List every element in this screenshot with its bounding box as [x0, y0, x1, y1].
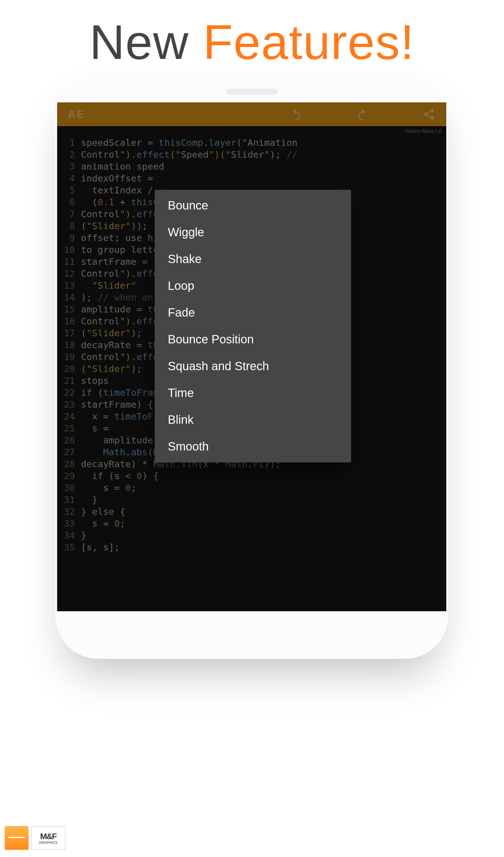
code-line[interactable]: 1speedScaler = thisComp.layer("Animation [62, 137, 445, 149]
code-line[interactable]: 3animation speed [62, 161, 445, 173]
app-logo: AE [68, 108, 85, 120]
menu-item-loop[interactable]: Loop [155, 273, 351, 299]
company-logo-big: M&F [40, 831, 56, 841]
app-screen: AE Version Alpha 1.0 1speedScaler = this… [57, 102, 446, 611]
code-line[interactable]: 33 s = 0; [62, 518, 445, 530]
app-topbar: AE [57, 102, 446, 126]
menu-item-smooth[interactable]: Smooth [155, 433, 351, 460]
code-line[interactable]: 30 s = 0; [62, 482, 445, 494]
code-line[interactable]: 34} [62, 530, 445, 541]
menu-item-blink[interactable]: Blink [155, 406, 351, 433]
company-logo-small: GRAPHICS [39, 841, 58, 844]
menu-item-time[interactable]: Time [155, 380, 351, 406]
page-headline: New Features! [0, 14, 504, 70]
menu-item-bounce[interactable]: Bounce [155, 192, 351, 219]
version-label: Version Alpha 1.0 [404, 129, 441, 134]
code-line[interactable]: 31 } [62, 494, 445, 506]
menu-item-fade[interactable]: Fade [155, 299, 351, 326]
menu-item-squash-stretch[interactable]: Squash and Strech [155, 353, 351, 380]
redo-icon[interactable] [356, 108, 369, 121]
app-icon [5, 826, 29, 850]
code-line[interactable]: 2Control").effect("Speed")("Slider"); // [62, 149, 445, 161]
code-line[interactable]: 35[s, s]; [62, 541, 445, 554]
menu-item-wiggle[interactable]: Wiggle [155, 219, 351, 246]
share-icon[interactable] [422, 108, 436, 121]
code-line[interactable]: 4indexOffset = [62, 173, 445, 184]
context-menu: Bounce Wiggle Shake Loop Fade Bounce Pos… [155, 190, 351, 463]
footer-logos: M&F GRAPHICS [5, 826, 65, 850]
phone-mockup: AE Version Alpha 1.0 1speedScaler = this… [55, 73, 448, 659]
phone-speaker [226, 89, 277, 95]
menu-item-bounce-position[interactable]: Bounce Position [155, 326, 351, 353]
headline-part2: Features! [203, 15, 415, 69]
company-logo: M&F GRAPHICS [31, 826, 65, 850]
undo-icon[interactable] [289, 108, 302, 121]
code-line[interactable]: 32} else { [62, 506, 445, 518]
menu-item-shake[interactable]: Shake [155, 246, 351, 273]
headline-part1: New [89, 15, 203, 69]
code-line[interactable]: 29 if (s < 0) { [62, 470, 445, 482]
